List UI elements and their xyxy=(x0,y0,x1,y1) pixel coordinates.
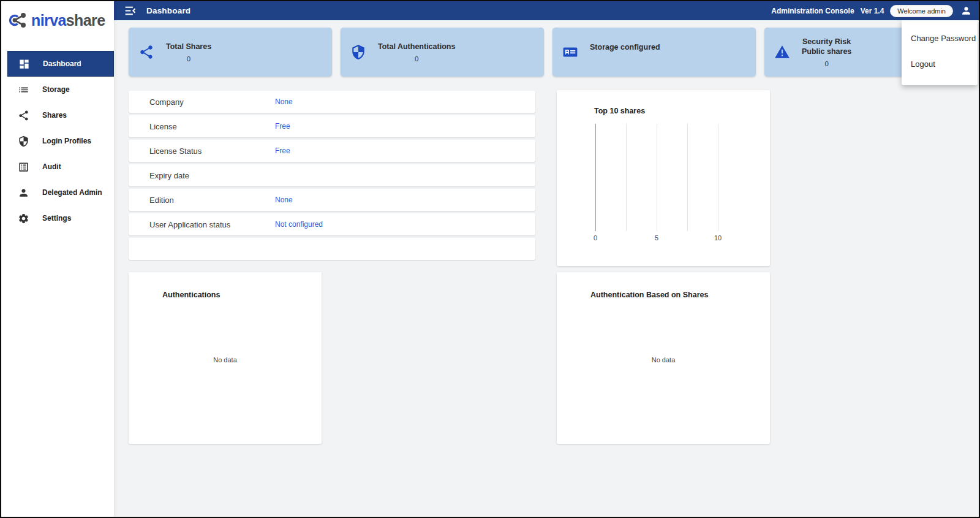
x-tick: 0 xyxy=(594,234,597,242)
logout-menu-item[interactable]: Logout xyxy=(902,51,978,77)
authentications-chart-card: Authentications No data xyxy=(129,272,322,444)
stat-value xyxy=(590,56,660,63)
stat-title: Security Risk xyxy=(802,37,851,47)
chart-title: Authentication Based on Shares xyxy=(590,291,708,299)
info-value-link[interactable]: Free xyxy=(275,147,290,155)
topbar: Dashboard Administration Console Ver 1.4… xyxy=(114,1,979,20)
no-data-text: No data xyxy=(129,356,322,364)
storage-card-icon xyxy=(562,44,578,60)
stat-card-total-shares: Total Shares 0 xyxy=(129,28,332,77)
top-10-shares-chart-card: Top 10 shares 0 5 10 xyxy=(557,90,770,266)
info-label: Company xyxy=(129,97,275,107)
info-label: License Status xyxy=(129,147,275,156)
info-value-link[interactable]: None xyxy=(275,196,293,204)
no-data-text: No data xyxy=(557,356,770,364)
app-window: nirvashare Dashboard Storage Shares Logi… xyxy=(0,0,980,518)
stat-title: Total Authentications xyxy=(378,42,455,51)
sidebar-item-dashboard[interactable]: Dashboard xyxy=(7,51,114,77)
sidebar-item-audit[interactable]: Audit xyxy=(1,154,114,180)
brand-logo: nirvashare xyxy=(1,1,114,39)
stat-value: 0 xyxy=(802,60,851,67)
info-label: Edition xyxy=(129,196,275,205)
gridline-5 xyxy=(657,124,657,231)
info-value-link[interactable]: Free xyxy=(275,122,290,131)
brand-name-primary: nirva xyxy=(31,12,66,29)
sidebar-item-shares[interactable]: Shares xyxy=(1,102,114,128)
storage-icon xyxy=(18,84,29,96)
gridline-10 xyxy=(718,124,718,231)
info-row-user-application-status: User Application status Not configured xyxy=(129,213,535,235)
auth-based-on-shares-chart-card: Authentication Based on Shares No data xyxy=(557,272,770,444)
sidebar-item-label: Delegated Admin xyxy=(42,188,102,197)
stat-title: Storage configured xyxy=(590,42,660,52)
stat-title: Total Shares xyxy=(166,42,211,51)
gridline-2-5 xyxy=(626,124,627,231)
user-menu-button[interactable] xyxy=(959,4,973,18)
gridline-0 xyxy=(595,124,596,231)
stat-cards-row: Total Shares 0 Total Authentications 0 S… xyxy=(129,28,968,77)
share-icon xyxy=(138,44,154,60)
welcome-admin-badge[interactable]: Welcome admin xyxy=(890,5,953,17)
info-row-empty xyxy=(129,238,535,260)
info-row-license: License Free xyxy=(129,115,535,137)
x-tick: 5 xyxy=(655,234,658,242)
audit-icon xyxy=(18,161,29,173)
warning-icon xyxy=(774,44,790,60)
sidebar: nirvashare Dashboard Storage Shares Logi… xyxy=(1,1,114,517)
sidebar-item-label: Login Profiles xyxy=(42,137,91,145)
person-icon xyxy=(18,187,29,199)
brand-name: nirvashare xyxy=(31,12,105,29)
user-dropdown-menu: Change Password Logout xyxy=(902,20,978,85)
info-label: Expiry date xyxy=(129,171,275,180)
license-info-list: Company None License Free License Status… xyxy=(129,91,535,262)
shield-icon xyxy=(18,135,29,147)
info-row-edition: Edition None xyxy=(129,189,535,211)
share-icon xyxy=(18,110,29,121)
version-label: Ver 1.4 xyxy=(861,7,884,15)
gridline-7-5 xyxy=(687,124,688,231)
info-row-license-status: License Status Free xyxy=(129,140,535,162)
menu-toggle-button[interactable] xyxy=(123,4,137,18)
change-password-menu-item[interactable]: Change Password xyxy=(902,25,978,51)
topbar-right: Administration Console Ver 1.4 Welcome a… xyxy=(771,4,973,18)
info-value-link[interactable]: None xyxy=(275,97,293,106)
menu-open-icon xyxy=(124,4,137,17)
brand-name-secondary: share xyxy=(66,12,105,29)
sidebar-item-settings[interactable]: Settings xyxy=(1,205,114,231)
nirvashare-logo-icon xyxy=(9,10,29,31)
sidebar-item-label: Settings xyxy=(42,214,71,223)
sidebar-item-storage[interactable]: Storage xyxy=(1,77,114,102)
info-label: User Application status xyxy=(129,220,275,229)
sidebar-item-label: Audit xyxy=(42,162,61,171)
sidebar-item-label: Dashboard xyxy=(43,59,81,68)
stat-value: 0 xyxy=(378,55,455,63)
stat-subtitle: Public shares xyxy=(802,47,851,56)
stat-card-total-authentications: Total Authentications 0 xyxy=(341,28,544,77)
sidebar-item-delegated-admin[interactable]: Delegated Admin xyxy=(1,180,114,205)
shield-icon xyxy=(350,44,366,60)
sidebar-item-label: Shares xyxy=(42,111,67,120)
info-value-link[interactable]: Not configured xyxy=(275,220,323,229)
sidebar-item-login-profiles[interactable]: Login Profiles xyxy=(1,128,114,154)
info-row-expiry-date: Expiry date xyxy=(129,164,535,186)
info-row-company: Company None xyxy=(129,91,535,113)
top-10-shares-plot-area xyxy=(595,124,718,231)
gear-icon xyxy=(18,213,29,224)
sidebar-item-label: Storage xyxy=(42,85,70,94)
person-icon xyxy=(960,5,972,17)
page-title: Dashboard xyxy=(146,6,190,15)
chart-title: Top 10 shares xyxy=(594,107,645,115)
chart-title: Authentications xyxy=(162,291,220,299)
dashboard-icon xyxy=(18,58,30,70)
stat-card-storage-configured: Storage configured xyxy=(552,28,756,77)
console-label: Administration Console xyxy=(771,7,854,15)
info-label: License xyxy=(129,122,275,131)
x-axis-ticks: 0 5 10 xyxy=(595,234,718,242)
x-tick: 10 xyxy=(714,234,722,242)
sidebar-nav: Dashboard Storage Shares Login Profiles … xyxy=(1,51,114,231)
stat-value: 0 xyxy=(166,55,211,63)
